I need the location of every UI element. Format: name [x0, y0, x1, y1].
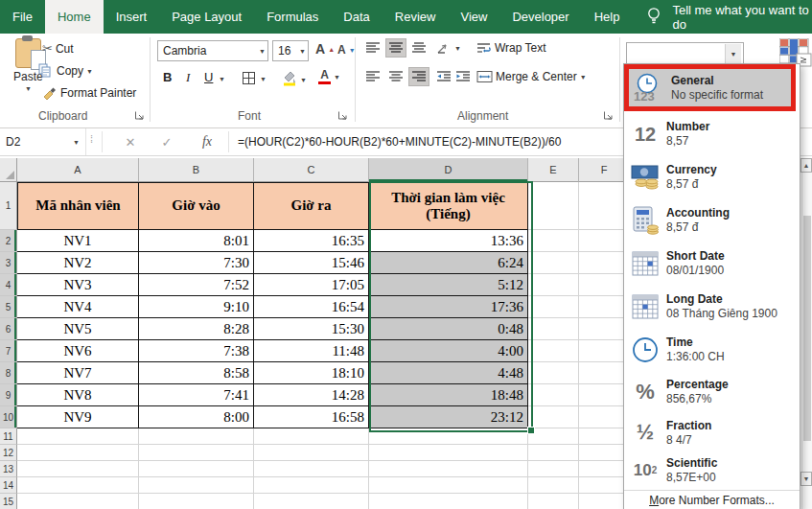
table-cell[interactable]: 7:41	[139, 384, 254, 406]
table-cell[interactable]: 7:30	[139, 252, 254, 274]
copy-dropdown-arrow[interactable]: ▼	[86, 68, 93, 75]
table-cell[interactable]: 15:46	[254, 252, 369, 274]
font-dialog-launcher[interactable]	[337, 110, 348, 124]
scroll-down-button[interactable]: ▼	[800, 472, 812, 486]
merge-center-dropdown-arrow[interactable]: ▼	[580, 74, 587, 81]
number-format-dropdown-arrow[interactable]: ▼	[725, 44, 741, 63]
row-header-6[interactable]: 6	[0, 318, 17, 340]
borders-dropdown-arrow[interactable]: ▼	[260, 76, 267, 82]
font-name-dropdown-arrow[interactable]: ▼	[259, 48, 266, 55]
table-cell[interactable]: 8:00	[139, 406, 254, 428]
table-cell[interactable]: NV7	[17, 362, 139, 384]
table-cell[interactable]: 16:54	[254, 296, 369, 318]
center-button[interactable]	[388, 70, 404, 83]
table-header-cell[interactable]: Giờ ra	[254, 182, 369, 230]
enter-formula-button[interactable]: ✓	[153, 128, 180, 155]
table-header-cell[interactable]: Mã nhân viên	[17, 182, 139, 230]
col-header-B[interactable]: B	[139, 158, 254, 182]
table-cell[interactable]: 15:30	[254, 318, 369, 340]
format-option-accounting[interactable]: Accounting8,57 đ	[624, 198, 800, 242]
format-painter-button[interactable]: Format Painter	[42, 85, 136, 101]
table-cell[interactable]: 7:38	[139, 340, 254, 362]
tab-home[interactable]: Home	[45, 0, 104, 34]
table-cell[interactable]: NV2	[17, 252, 139, 274]
font-size-dropdown-arrow[interactable]: ▼	[299, 48, 306, 55]
align-right-button[interactable]	[409, 68, 429, 85]
cut-button[interactable]: ✂ Cut	[42, 41, 74, 56]
table-cell[interactable]: 8:01	[139, 230, 254, 252]
format-option-currency[interactable]: Currency8,57 đ	[624, 155, 800, 198]
format-option-long-date[interactable]: Long Date08 Tháng Giêng 1900	[624, 285, 800, 328]
tab-formulas[interactable]: Formulas	[254, 0, 331, 34]
row-header-7[interactable]: 7	[0, 340, 17, 362]
table-cell[interactable]: 4:00	[369, 340, 528, 362]
table-cell[interactable]: 16:58	[254, 406, 369, 428]
name-box-resize-handle[interactable]: ⁞	[90, 133, 92, 145]
format-option-percentage[interactable]: % Percentage856,67%	[624, 371, 800, 412]
font-color-button[interactable]: A ▼	[318, 69, 340, 84]
underline-button[interactable]: U	[204, 70, 213, 84]
col-header-E[interactable]: E	[528, 158, 579, 182]
row-header-9[interactable]: 9	[0, 384, 17, 406]
borders-button[interactable]: ▼	[242, 71, 267, 86]
decrease-indent-button[interactable]	[436, 70, 452, 83]
italic-button[interactable]: I	[186, 70, 190, 85]
row-header-13[interactable]: 13	[0, 461, 17, 477]
align-left-button[interactable]	[365, 70, 381, 83]
number-format-combobox[interactable]: ▼	[626, 42, 744, 65]
fill-color-dropdown-arrow[interactable]: ▼	[300, 77, 307, 83]
merge-center-button[interactable]: Merge & Center ▼	[476, 70, 587, 83]
font-name-combobox[interactable]: Cambria ▼	[157, 40, 268, 61]
shrink-font-button[interactable]: A▼	[337, 43, 356, 57]
name-box[interactable]: D2 ▼	[0, 128, 86, 155]
format-option-general[interactable]: 123 General No specific format	[629, 69, 791, 106]
orientation-dropdown-arrow[interactable]: ▼	[454, 45, 461, 52]
tab-review[interactable]: Review	[383, 0, 449, 34]
table-cell[interactable]: NV8	[17, 384, 139, 406]
row-header-14[interactable]: 14	[0, 477, 17, 494]
name-box-dropdown-arrow[interactable]: ▼	[73, 139, 80, 146]
row-header-15[interactable]: 15	[0, 494, 17, 509]
grow-font-button[interactable]: A▲	[315, 41, 335, 57]
table-cell[interactable]: NV9	[17, 406, 139, 428]
table-cell[interactable]: 9:10	[139, 296, 254, 318]
table-cell[interactable]: 14:28	[254, 384, 369, 406]
format-option-fraction[interactable]: ½ Fraction8 4/7	[624, 412, 800, 452]
row-header-2[interactable]: 2	[0, 230, 17, 252]
cancel-formula-button[interactable]: ✕	[117, 128, 144, 155]
middle-align-button[interactable]	[386, 39, 406, 57]
tab-page-layout[interactable]: Page Layout	[159, 0, 254, 34]
scroll-up-button[interactable]: ▲	[800, 158, 812, 173]
table-cell[interactable]: NV4	[17, 296, 139, 318]
table-cell[interactable]: 8:58	[139, 362, 254, 384]
font-color-dropdown-arrow[interactable]: ▼	[334, 74, 340, 81]
tab-data[interactable]: Data	[331, 0, 382, 34]
table-cell[interactable]: NV1	[17, 230, 139, 252]
tab-view[interactable]: View	[448, 0, 499, 34]
orientation-button[interactable]: ▼	[436, 41, 461, 55]
table-header-cell[interactable]: Giờ vào	[139, 182, 254, 230]
table-cell[interactable]: 7:52	[139, 274, 254, 296]
insert-function-button[interactable]: fx	[194, 128, 220, 155]
bold-button[interactable]: B	[163, 70, 172, 84]
vertical-scrollbar-thumb[interactable]	[803, 216, 811, 441]
col-header-D[interactable]: D	[369, 158, 528, 182]
copy-button[interactable]: Copy ▼	[38, 63, 93, 79]
table-cell[interactable]: 18:48	[369, 384, 528, 406]
format-option-time[interactable]: Time1:36:00 CH	[624, 328, 800, 371]
table-cell[interactable]: 5:12	[369, 274, 528, 296]
table-cell[interactable]: 18:10	[254, 362, 369, 384]
row-header-1[interactable]: 1	[0, 182, 17, 230]
tab-insert[interactable]: Insert	[104, 0, 160, 34]
tab-help[interactable]: Help	[582, 0, 633, 34]
row-header-8[interactable]: 8	[0, 362, 17, 384]
increase-indent-button[interactable]	[455, 70, 471, 83]
formula-input[interactable]: =(HOUR(C2)*60-HOUR(B2)*60+MINUTE(C2)-MIN…	[238, 128, 561, 155]
tab-developer[interactable]: Developer	[499, 0, 581, 34]
bottom-align-button[interactable]	[411, 41, 427, 55]
table-cell[interactable]: NV5	[17, 318, 139, 340]
row-header-4[interactable]: 4	[0, 274, 17, 296]
table-cell[interactable]: 17:36	[369, 296, 528, 318]
row-header-3[interactable]: 3	[0, 252, 17, 274]
alignment-dialog-launcher[interactable]	[603, 110, 614, 124]
